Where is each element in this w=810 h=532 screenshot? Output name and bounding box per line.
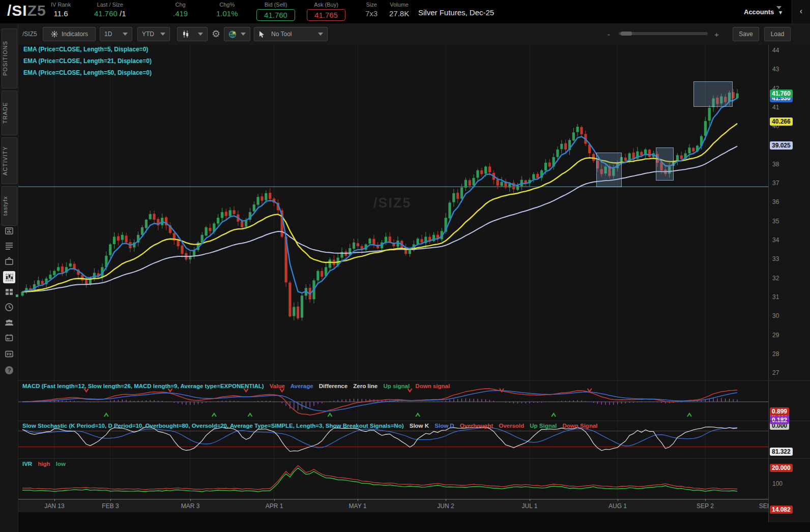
macd-panel[interactable]: MACD (Fast length=12, Slow length=26, MA…	[18, 380, 768, 421]
tab-activity[interactable]: ACTIVITY	[2, 137, 17, 184]
toolbar-symbol-label: /SIZ5	[22, 31, 37, 38]
contract-description: Silver Futures, Dec-25	[418, 8, 494, 17]
highlight-rectangle[interactable]	[656, 147, 674, 181]
candlestick-chart[interactable]	[18, 45, 768, 380]
zoom-in-button[interactable]: +	[714, 30, 719, 39]
time-axis-tick	[110, 499, 111, 501]
tool-dropdown[interactable]: No Tool	[254, 27, 328, 41]
macd-zero-label: Zero line	[353, 383, 378, 389]
candlestick-icon	[182, 30, 190, 38]
chart-watermark: /SIZ5	[354, 195, 430, 211]
time-axis-label: SEP 2	[697, 503, 714, 510]
accounts-menu[interactable]: Accounts▾	[744, 6, 782, 16]
time-axis-tick	[705, 499, 706, 501]
chevron-down-icon	[198, 33, 203, 36]
price-tick: 37	[772, 180, 779, 187]
last-size-field: Last / Size 41.760 /1	[94, 2, 126, 18]
save-button[interactable]: Save	[733, 27, 759, 41]
macd-header: MACD (Fast length=12, Slow length=26, MA…	[22, 383, 454, 389]
settings-gear-icon[interactable]: ⚙	[212, 27, 220, 41]
bid-label: Bid (Sell)	[253, 2, 299, 8]
ema50-price-badge: 39.025	[770, 141, 793, 150]
time-axis-label: FEB 3	[102, 503, 119, 510]
chart-type-dropdown[interactable]	[177, 27, 208, 41]
ivr-plot[interactable]	[18, 458, 768, 499]
svg-text:?: ?	[8, 367, 11, 373]
stoch-oversold-badge: 20.000	[770, 464, 793, 472]
ema21-price-badge: 40.266	[770, 117, 793, 126]
indicators-icon	[50, 30, 59, 38]
zoom-out-button[interactable]: -	[608, 30, 610, 39]
fx-icon[interactable]: FX	[4, 349, 14, 359]
price-chart-panel[interactable]: EMA (Price=CLOSE, Length=5, Displace=0) …	[18, 45, 768, 380]
symbol-root: /SI	[7, 2, 27, 19]
ivr-panel[interactable]: IVR high low	[18, 458, 768, 499]
time-axis-label: JUN 2	[437, 503, 454, 510]
chevron-down-icon	[160, 33, 165, 36]
size-value: 7x3	[365, 9, 378, 18]
time-axis[interactable]: JAN 13FEB 3MAR 3APR 1MAY 1JUN 2JUL 1AUG …	[18, 499, 810, 512]
ivr-low-label: low	[56, 461, 66, 467]
price-axis[interactable]: 44434241403938373635343332313029282741.5…	[768, 45, 810, 522]
tab-trade[interactable]: TRADE	[2, 91, 17, 135]
iv-rank-label: IV Rank	[51, 2, 71, 8]
tab-tastyfx[interactable]: tastyfx	[2, 186, 17, 226]
highlight-rectangle[interactable]	[596, 153, 622, 187]
drawing-globe-icon	[228, 30, 237, 39]
stochastic-panel[interactable]: Slow Stochastic (K Period=10, D Period=1…	[18, 421, 768, 458]
chg-field: Chg .419	[173, 2, 188, 18]
chevron-down-icon: ▾	[776, 6, 782, 9]
watchlist-icon[interactable]	[4, 241, 14, 251]
ivr-high-label: high	[38, 461, 50, 467]
chg-value: .419	[173, 9, 188, 18]
dashboard-grid-icon[interactable]	[4, 287, 14, 297]
chart-icon-active[interactable]	[3, 271, 15, 283]
chg-label: Chg	[173, 2, 188, 8]
tv-icon[interactable]	[4, 256, 14, 266]
indicators-button[interactable]: Indicators	[43, 27, 96, 41]
price-tick: 32	[772, 275, 779, 282]
highlight-rectangle[interactable]	[693, 81, 733, 107]
stoch-down-label: Down Signal	[563, 423, 598, 429]
help-icon[interactable]: ?	[4, 365, 14, 375]
community-people-icon[interactable]	[4, 317, 14, 328]
chevron-down-icon	[123, 33, 128, 36]
last-size: /1	[120, 9, 126, 18]
cursor-icon	[258, 31, 265, 38]
news-report-icon[interactable]	[4, 226, 14, 236]
macd-down-label: Down signal	[415, 383, 450, 389]
time-axis-tick	[274, 499, 275, 501]
price-tick: 34	[772, 237, 779, 244]
collapse-panel-button[interactable]: ‹	[792, 0, 810, 23]
ask-label: Ask (Buy)	[303, 2, 349, 8]
price-tick: 27	[772, 369, 779, 376]
ask-field: Ask (Buy) 41.765	[303, 2, 349, 21]
ivr-header: IVR high low	[22, 461, 70, 467]
tab-positions[interactable]: POSITIONS	[2, 28, 17, 88]
history-clock-icon[interactable]	[4, 302, 14, 312]
timeframe-dropdown[interactable]: 1D	[100, 27, 132, 41]
time-axis-tick	[446, 499, 446, 501]
calendar-history-icon[interactable]	[4, 333, 14, 343]
bid-button[interactable]: 41.760	[256, 9, 295, 21]
price-tick: 43	[772, 66, 779, 73]
price-tick: 29	[772, 332, 779, 339]
zoom-slider-thumb[interactable]	[621, 32, 632, 36]
zoom-slider[interactable]	[619, 32, 708, 35]
load-button[interactable]: Load	[764, 27, 791, 41]
ask-button[interactable]: 41.765	[307, 9, 345, 21]
drawing-set-dropdown[interactable]	[224, 27, 250, 41]
chg-pct-label: Chg%	[216, 2, 238, 8]
price-tick: 33	[772, 255, 779, 262]
range-dropdown[interactable]: YTD	[137, 27, 170, 41]
notification-dot	[16, 294, 18, 297]
price-tick: 36	[772, 198, 779, 205]
price-tick: 30	[772, 312, 779, 319]
range-value: YTD	[142, 31, 154, 38]
chart-toolbar: /SIZ5 Indicators 1D YTD ⚙ No To	[18, 23, 810, 45]
time-axis-label: AUG 1	[609, 503, 627, 510]
time-axis-label: MAY 1	[349, 503, 367, 510]
price-tick: 31	[772, 293, 779, 301]
price-tick: 38	[772, 161, 779, 168]
size-field: Size 7x3	[365, 2, 378, 18]
